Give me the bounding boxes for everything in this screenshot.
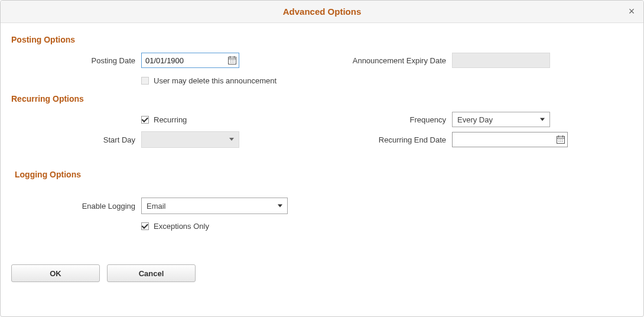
exceptions-only-checkbox[interactable]: [141, 222, 149, 230]
expiry-date-label: Announcement Expiry Date: [322, 56, 452, 65]
recurring-label: Recurring: [154, 115, 187, 124]
recurring-end-date-label: Recurring End Date: [322, 135, 452, 144]
close-button[interactable]: ×: [626, 5, 638, 17]
svg-point-5: [232, 60, 232, 60]
svg-point-16: [562, 139, 562, 140]
logging-options-title: Logging Options: [15, 170, 633, 179]
ok-button[interactable]: OK: [11, 264, 100, 282]
posting-date-calendar-button[interactable]: [226, 53, 239, 67]
close-icon: ×: [629, 5, 635, 17]
recurring-options-title: Recurring Options: [11, 94, 633, 103]
dialog-body: Posting Options Posting Date: [1, 23, 643, 290]
recurring-checkbox[interactable]: [141, 116, 149, 124]
chevron-down-icon: [278, 205, 282, 208]
svg-point-19: [562, 141, 562, 141]
chevron-down-icon: [229, 138, 234, 141]
cancel-button[interactable]: Cancel: [107, 264, 196, 282]
recurring-end-date-field[interactable]: [452, 132, 568, 147]
svg-point-9: [233, 62, 234, 62]
calendar-icon: [556, 135, 565, 144]
posting-options-title: Posting Options: [11, 35, 633, 44]
titlebar: Advanced Options ×: [1, 1, 643, 23]
svg-point-14: [558, 139, 559, 140]
posting-date-field[interactable]: [141, 53, 239, 68]
recurring-end-date-calendar-button[interactable]: [554, 132, 567, 147]
calendar-icon: [227, 56, 237, 65]
dialog-title: Advanced Options: [283, 7, 362, 17]
svg-point-4: [230, 60, 230, 60]
svg-point-18: [560, 141, 561, 141]
svg-point-8: [232, 62, 232, 62]
svg-point-17: [558, 141, 559, 141]
frequency-select[interactable]: Every Day: [452, 112, 550, 127]
svg-point-15: [560, 139, 561, 140]
chevron-down-icon: [540, 118, 545, 121]
frequency-value: Every Day: [457, 115, 493, 124]
advanced-options-dialog: Advanced Options × Posting Options Posti…: [0, 0, 644, 317]
start-day-select[interactable]: [141, 131, 239, 148]
start-day-label: Start Day: [11, 135, 141, 144]
user-may-delete-label: User may delete this announcement: [154, 76, 277, 85]
svg-point-7: [230, 62, 230, 62]
posting-date-input[interactable]: [142, 53, 226, 67]
enable-logging-value: Email: [147, 202, 166, 211]
recurring-end-date-input[interactable]: [453, 132, 554, 147]
enable-logging-label: Enable Logging: [11, 202, 141, 211]
user-may-delete-checkbox[interactable]: [141, 77, 149, 85]
enable-logging-select[interactable]: Email: [141, 198, 288, 214]
exceptions-only-label: Exceptions Only: [154, 222, 209, 231]
svg-point-6: [233, 60, 234, 60]
expiry-date-field: [452, 53, 550, 68]
frequency-label: Frequency: [322, 115, 452, 124]
posting-date-label: Posting Date: [11, 56, 141, 65]
